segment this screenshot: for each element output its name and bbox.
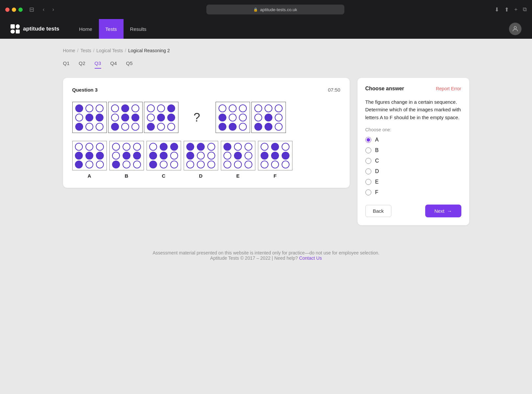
footer: Assessment material presented on this we… <box>0 234 532 269</box>
answer-cell-a <box>72 141 107 170</box>
question-card: Question 3 07:50 <box>63 78 350 188</box>
radio-option-a[interactable]: A <box>365 137 461 143</box>
forward-button[interactable]: › <box>50 5 56 14</box>
dot-yellow[interactable] <box>12 8 16 12</box>
tab-q5[interactable]: Q5 <box>126 60 133 69</box>
action-buttons: Back Next → <box>365 205 461 217</box>
footer-copyright: Aptitude Tests © 2017 – 2022 | Need help… <box>0 255 532 261</box>
breadcrumb-tests[interactable]: Tests <box>81 48 91 53</box>
matrix-top-row: ? <box>72 102 340 133</box>
browser-right-icons: ⬇ ⬆ + ⧉ <box>495 6 527 13</box>
next-button[interactable]: Next → <box>425 205 461 217</box>
download-icon[interactable]: ⬇ <box>495 6 499 13</box>
answer-cell-f <box>258 141 292 170</box>
share-icon[interactable]: ⬆ <box>504 6 509 13</box>
radio-option-f[interactable]: F <box>365 189 461 195</box>
breadcrumb-sep-2: / <box>93 48 94 53</box>
radio-label-c: C <box>375 158 379 164</box>
radio-e[interactable] <box>365 179 371 185</box>
answer-label-e: E <box>236 173 240 179</box>
radio-options: A B C D E <box>365 137 461 195</box>
top-nav: aptitude tests Home Tests Results <box>0 19 532 39</box>
address-bar[interactable]: 🔒 aptitude-tests.co.uk <box>206 5 344 14</box>
back-button[interactable]: ‹ <box>41 5 46 14</box>
answer-panel-header: Choose answer Report Error <box>365 86 461 92</box>
radio-label-d: D <box>375 168 379 174</box>
answer-cell-c <box>147 141 181 170</box>
answer-panel: Choose answer Report Error The figures c… <box>358 78 469 225</box>
radio-option-b[interactable]: B <box>365 147 461 153</box>
browser-dots <box>5 8 23 12</box>
answer-label-a: A <box>88 173 91 179</box>
answer-option-b: B <box>109 141 144 179</box>
radio-label-b: B <box>375 147 379 153</box>
tab-q4[interactable]: Q4 <box>110 60 117 69</box>
browser-chrome: ⊟ ‹ › 🔒 aptitude-tests.co.uk ⬇ ⬆ + ⧉ <box>0 0 532 19</box>
question-number: Question 3 <box>72 87 98 93</box>
breadcrumb-sep-1: / <box>77 48 79 53</box>
next-label: Next <box>434 208 445 214</box>
choose-answer-label: Choose answer <box>365 86 404 92</box>
radio-b[interactable] <box>365 147 371 153</box>
tab-q3[interactable]: Q3 <box>95 60 101 69</box>
breadcrumb-current: Logical Reasoning 2 <box>128 48 170 53</box>
tab-q1[interactable]: Q1 <box>63 60 70 69</box>
svg-point-0 <box>514 27 516 29</box>
breadcrumb: Home / Tests / Logical Tests / Logical R… <box>63 48 469 53</box>
back-button[interactable]: Back <box>365 205 391 217</box>
matrix-cell-question: ? <box>180 102 214 133</box>
main-content: Home / Tests / Logical Tests / Logical R… <box>53 39 480 234</box>
contact-us-link[interactable]: Contact Us <box>299 255 322 261</box>
dot-red[interactable] <box>5 8 10 12</box>
answers-grid: A B <box>72 141 340 179</box>
question-header: Question 3 07:50 <box>72 87 340 93</box>
nav-link-tests[interactable]: Tests <box>99 19 124 39</box>
nav-link-home[interactable]: Home <box>73 19 99 39</box>
footer-disclaimer: Assessment material presented on this we… <box>0 250 532 255</box>
matrix-cell-3 <box>144 102 178 133</box>
sidebar-toggle-button[interactable]: ⊟ <box>27 5 37 14</box>
answer-label-c: C <box>162 173 166 179</box>
user-avatar[interactable] <box>509 23 521 35</box>
radio-label-a: A <box>375 137 379 143</box>
radio-option-c[interactable]: C <box>365 158 461 164</box>
logo-text: aptitude tests <box>23 26 59 32</box>
address-bar-container: 🔒 aptitude-tests.co.uk <box>60 5 491 14</box>
matrix-cell-1 <box>72 102 107 133</box>
radio-d[interactable] <box>365 168 371 174</box>
breadcrumb-home[interactable]: Home <box>63 48 75 53</box>
radio-f[interactable] <box>365 189 371 195</box>
answer-option-d: D <box>184 141 218 179</box>
breadcrumb-logical-tests[interactable]: Logical Tests <box>96 48 123 53</box>
radio-option-e[interactable]: E <box>365 179 461 185</box>
url-text: aptitude-tests.co.uk <box>260 7 297 12</box>
matrix-cell-5 <box>216 102 250 133</box>
radio-c[interactable] <box>365 158 371 164</box>
radio-label-e: E <box>375 179 379 185</box>
radio-label-f: F <box>375 189 379 195</box>
logo-icon <box>11 24 20 33</box>
nav-link-results[interactable]: Results <box>124 19 153 39</box>
tab-q2[interactable]: Q2 <box>79 60 85 69</box>
radio-a[interactable] <box>365 137 371 143</box>
report-error-link[interactable]: Report Error <box>436 86 461 91</box>
lock-icon: 🔒 <box>253 8 258 12</box>
question-tabs: Q1 Q2 Q3 Q4 Q5 <box>63 60 469 69</box>
answer-label-f: F <box>273 173 276 179</box>
footer-copyright-text: Aptitude Tests © 2017 – 2022 | Need help… <box>210 255 298 261</box>
answer-option-f: F <box>258 141 292 179</box>
nav-links: Home Tests Results <box>73 19 509 39</box>
answer-cell-e <box>221 141 255 170</box>
answer-option-c: C <box>147 141 181 179</box>
logo-area: aptitude tests <box>11 24 59 33</box>
timer: 07:50 <box>328 87 340 93</box>
new-tab-icon[interactable]: + <box>514 6 518 13</box>
choose-one-label: Choose one: <box>365 127 461 132</box>
radio-option-d[interactable]: D <box>365 168 461 174</box>
answer-option-a: A <box>72 141 107 179</box>
answer-option-e: E <box>221 141 255 179</box>
matrix-cell-2 <box>108 102 143 133</box>
answer-label-b: B <box>125 173 128 179</box>
dot-green[interactable] <box>18 8 23 12</box>
window-icon[interactable]: ⧉ <box>523 6 527 13</box>
